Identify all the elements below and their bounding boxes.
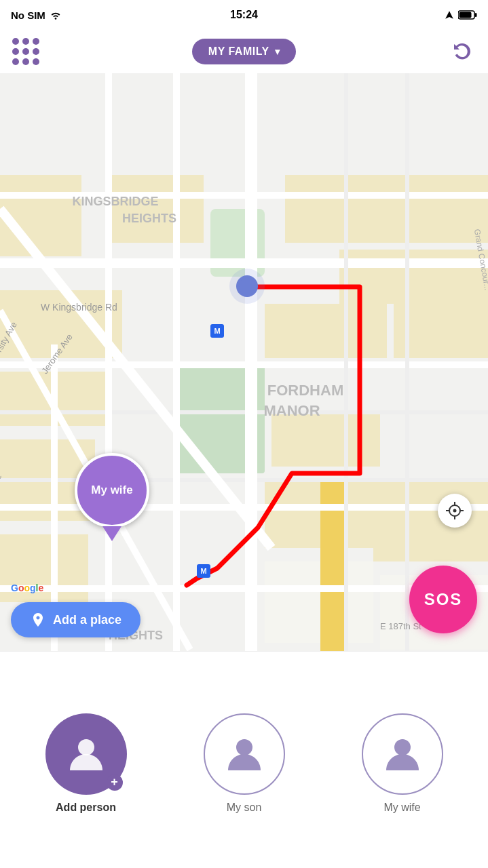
my-wife-avatar [362,713,443,795]
add-plus-icon: + [107,774,123,791]
svg-text:MANOR: MANOR [263,402,320,419]
grid-menu-button[interactable] [11,37,41,66]
wife-pin-icon [102,526,121,541]
wifi-icon [50,10,62,20]
battery-icon [458,10,477,20]
svg-rect-1 [459,12,472,18]
svg-text:W Kingsbridge Rd: W Kingsbridge Rd [41,302,117,313]
svg-rect-19 [339,250,488,304]
sos-label: SOS [424,590,463,609]
add-person-avatar: + [45,713,127,795]
svg-rect-12 [265,561,373,643]
svg-text:E 187th St: E 187th St [380,621,421,631]
metro-marker-1: M [210,324,224,338]
add-place-label: Add a place [53,613,121,627]
header: MY FAMILY ▾ [0,30,488,73]
svg-point-59 [394,739,411,755]
wife-silhouette-icon [381,732,424,776]
svg-rect-2 [475,13,477,17]
svg-point-58 [236,739,252,755]
my-wife-item[interactable]: My wife [348,713,457,814]
carrier-label: No SIM [11,9,45,21]
add-person-label: Add person [56,802,116,814]
status-time: 15:24 [230,9,258,21]
son-silhouette-icon [223,732,266,776]
map-background: University Ave Jerome Ave Jerome Ave W K… [0,73,488,651]
chevron-down-icon: ▾ [275,46,280,57]
location-icon [445,10,454,20]
status-left: No SIM [11,9,62,21]
svg-rect-10 [271,412,380,467]
svg-text:KINGSBRIDGE: KINGSBRIDGE [72,195,158,208]
map-area[interactable]: University Ave Jerome Ave Jerome Ave W K… [0,73,488,651]
my-son-label: My son [227,802,262,814]
family-button-label: MY FAMILY [208,45,269,58]
svg-text:HEIGHTS: HEIGHTS [122,212,176,225]
sos-button[interactable]: SOS [409,566,477,633]
svg-rect-22 [320,548,348,651]
metro-marker-2: M [197,564,210,578]
svg-rect-23 [320,480,348,548]
add-person-item[interactable]: + Add person [32,713,140,814]
svg-rect-18 [0,175,81,256]
svg-point-56 [453,509,457,513]
grid-dots-icon [12,38,39,65]
my-wife-label: My wife [383,802,420,814]
svg-text:FORDHAM: FORDHAM [267,382,343,399]
status-bar: No SIM 15:24 [0,0,488,30]
current-location-dot [236,275,258,297]
svg-rect-20 [265,304,387,358]
svg-rect-13 [373,480,488,561]
refresh-button[interactable] [447,37,477,66]
google-watermark: Google [11,583,43,593]
wife-marker-label: My wife [91,484,132,497]
wife-marker[interactable]: My wife [75,453,149,541]
my-son-avatar [204,713,285,795]
svg-rect-15 [109,175,204,243]
family-dropdown-button[interactable]: MY FAMILY ▾ [192,39,296,64]
location-pin-icon [30,612,46,628]
add-place-button[interactable]: Add a place [11,602,140,637]
wife-avatar-circle: My wife [75,453,149,528]
refresh-icon-svg [451,41,473,62]
my-son-item[interactable]: My son [190,713,299,814]
bottom-navigation: + Add person My son My wife [0,651,488,868]
status-right [445,10,477,20]
svg-point-57 [78,739,94,755]
crosshair-icon [446,502,464,519]
person-silhouette-icon [64,732,108,776]
center-location-button[interactable] [438,494,472,528]
